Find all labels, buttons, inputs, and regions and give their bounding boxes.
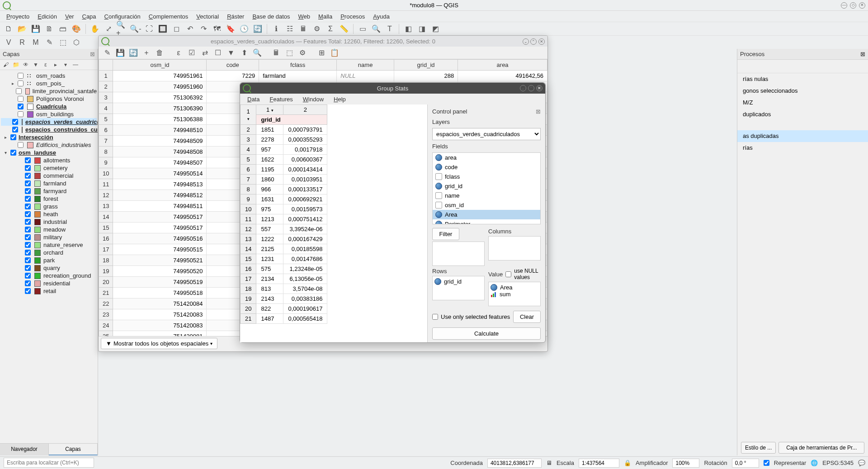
layer-checkbox[interactable]: [12, 119, 18, 125]
row-header[interactable]: 14: [99, 212, 113, 223]
new-bookmark-icon[interactable]: 🔖: [225, 23, 236, 35]
gs-result-row[interactable]: 516220,00600367: [241, 155, 327, 165]
layer-checkbox[interactable]: [25, 211, 31, 217]
crs-icon[interactable]: 🌐: [811, 460, 818, 466]
layer-item[interactable]: allotments: [1, 156, 97, 164]
layer-checkbox[interactable]: [10, 150, 16, 156]
menu-vectorial[interactable]: Vectorial: [193, 12, 222, 21]
field-calc-icon[interactable]: 🖩: [270, 47, 282, 59]
field-item[interactable]: Perimeter: [433, 219, 540, 224]
expression-icon[interactable]: ε: [42, 61, 50, 69]
field-item[interactable]: fclass: [433, 172, 540, 181]
layer-item[interactable]: retail: [1, 287, 97, 295]
layer-checkbox[interactable]: [18, 142, 24, 148]
layer-checkbox[interactable]: [25, 265, 31, 271]
open-project-icon[interactable]: 📂: [16, 23, 28, 35]
field-calc-icon[interactable]: 🖩: [297, 23, 309, 35]
action3-icon[interactable]: ◩: [429, 23, 441, 35]
row-header[interactable]: 1: [99, 71, 113, 81]
gs-result-row[interactable]: 49570,0017918: [241, 145, 327, 155]
vertex-tool-icon[interactable]: ⬡: [71, 37, 82, 48]
statistics-icon[interactable]: Σ: [325, 23, 336, 35]
gs-result-row[interactable]: 1312220,000167429: [241, 234, 327, 244]
add-raster-icon[interactable]: R: [16, 37, 28, 48]
fields-list[interactable]: areacodefclassgrid_idnameosm_idAreaPerim…: [432, 152, 541, 224]
process-item[interactable]: M/Z: [737, 97, 868, 109]
layer-checkbox[interactable]: [25, 234, 31, 240]
gs-result-row[interactable]: 218510,000793791: [241, 125, 327, 135]
crs-label[interactable]: EPSG:5345: [822, 460, 854, 466]
save-icon[interactable]: 💾: [30, 23, 42, 35]
rot-value[interactable]: [732, 459, 759, 468]
value-box[interactable]: Areasum: [488, 282, 541, 306]
layer-item[interactable]: commercial: [1, 172, 97, 180]
layer-item[interactable]: meadow: [1, 226, 97, 233]
gs-result-row[interactable]: 1112130,000751412: [241, 214, 327, 224]
toolbox-icon[interactable]: ⚙: [311, 23, 323, 35]
layer-checkbox[interactable]: [25, 273, 31, 279]
layer-item[interactable]: Polígonos Voronoi: [1, 95, 97, 103]
field-item[interactable]: osm_id: [433, 200, 540, 210]
delete-icon[interactable]: 🗑: [154, 47, 165, 59]
amp-value[interactable]: [672, 459, 699, 468]
close-icon[interactable]: ✕: [538, 38, 545, 45]
expand-icon[interactable]: ▸: [52, 61, 60, 69]
layer-item[interactable]: forest: [1, 195, 97, 203]
gs-result-row[interactable]: 322780,000355293: [241, 135, 327, 145]
row-header[interactable]: 25: [99, 331, 113, 336]
layer-item[interactable]: military: [1, 233, 97, 241]
row-header[interactable]: 5: [99, 114, 113, 125]
new-map-icon[interactable]: 🗺: [211, 23, 223, 35]
layer-item[interactable]: residential: [1, 280, 97, 287]
row-header[interactable]: 12: [99, 190, 113, 201]
menu-ver[interactable]: Ver: [61, 12, 78, 21]
layer-checkbox[interactable]: [25, 204, 31, 209]
row-header[interactable]: 10: [99, 168, 113, 179]
process-item[interactable]: gonos seleccionados: [737, 85, 868, 97]
zoom-full-icon[interactable]: ⛶: [143, 23, 155, 35]
layer-item[interactable]: espacios_construidos_cua: [1, 126, 97, 133]
layer-item[interactable]: ▾osm_landuse: [1, 149, 97, 156]
process-item[interactable]: [737, 120, 868, 125]
gs-result-row[interactable]: 208220,000190617: [241, 304, 327, 314]
gs-result-row[interactable]: 109750,00159573: [241, 204, 327, 214]
messages-icon[interactable]: 💬: [858, 460, 865, 466]
layer-checkbox[interactable]: [25, 173, 31, 179]
zoom-next-icon[interactable]: ↷: [198, 23, 209, 35]
row-header[interactable]: 2: [99, 81, 113, 92]
deselect-icon[interactable]: ☐: [212, 47, 224, 59]
zoom-layer-icon[interactable]: ◻: [170, 23, 182, 35]
coord-value[interactable]: [487, 459, 542, 468]
layer-item[interactable]: ∷osm_roads: [1, 72, 97, 80]
refresh-icon[interactable]: 🔄: [252, 23, 264, 35]
gs-result-row[interactable]: 2114870,000565418: [241, 314, 327, 324]
row-header[interactable]: 8: [99, 147, 113, 157]
gs-menu-window[interactable]: Window: [298, 95, 328, 104]
gs-result-row[interactable]: 718600,00103951: [241, 175, 327, 185]
use-only-selected-checkbox[interactable]: [432, 314, 438, 320]
action1-icon[interactable]: ◧: [402, 23, 414, 35]
conditional-icon[interactable]: ⬚: [283, 47, 295, 59]
field-item[interactable]: name: [433, 191, 540, 200]
table-row[interactable]: 17499519617229farmlandNULL288491642,56: [99, 71, 547, 81]
layer-checkbox[interactable]: [25, 280, 31, 286]
layer-item[interactable]: ▸Intersección: [1, 133, 97, 141]
menu-proyecto[interactable]: Proyecto: [3, 12, 33, 21]
layer-item[interactable]: limite_provincial_santafe: [1, 87, 97, 95]
action2-icon[interactable]: ◨: [416, 23, 428, 35]
scale-value[interactable]: [579, 459, 619, 468]
panel-icons[interactable]: ⊠: [536, 108, 541, 115]
layer-item[interactable]: farmyard: [1, 187, 97, 195]
add-feature-icon[interactable]: +: [141, 47, 152, 59]
process-item[interactable]: rías: [737, 142, 868, 154]
layer-checkbox[interactable]: [18, 73, 24, 79]
gs-result-row[interactable]: 165751,23248e-05: [241, 264, 327, 274]
row-header[interactable]: 7: [99, 136, 113, 147]
row-header[interactable]: 24: [99, 320, 113, 331]
row-header[interactable]: 19: [99, 266, 113, 277]
field-item[interactable]: Area: [433, 210, 540, 219]
style-manager-icon[interactable]: 🎨: [71, 23, 82, 35]
actions-icon[interactable]: ⚙: [297, 47, 308, 59]
layer-item[interactable]: Edificios_industriales: [1, 141, 97, 149]
menu-complementos[interactable]: Complementos: [145, 12, 192, 21]
